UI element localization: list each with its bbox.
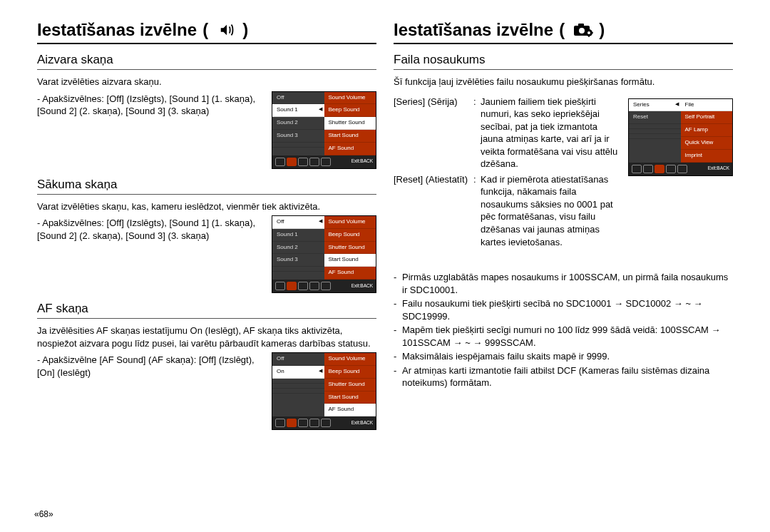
definition-desc: Kad ir piemērota atiestatīšanas funkcija…	[481, 173, 618, 248]
menu-tab-icon[interactable]	[643, 165, 653, 173]
menu-right-option[interactable]: File	[681, 99, 733, 112]
menu-right-option[interactable]: Sound Volume	[324, 92, 376, 105]
intro-text: Šī funkcija ļauj izvēlēties failu nosauk…	[394, 76, 733, 88]
menu-tab-icon[interactable]	[666, 165, 676, 173]
menu-tab-icon[interactable]	[298, 282, 308, 290]
menu-left-option[interactable]	[272, 389, 324, 394]
menu-right-option[interactable]: Sound Volume	[324, 353, 376, 366]
menu-left-option[interactable]	[629, 124, 681, 129]
menu-left-option[interactable]	[272, 143, 324, 148]
menu-right-option[interactable]: Self Portrait	[681, 111, 733, 124]
menu-tab-icon[interactable]	[321, 419, 331, 427]
menu-left-option[interactable]: Off	[272, 92, 324, 105]
chevron-left-icon: ◀	[319, 218, 322, 224]
menu-tab-icon[interactable]	[275, 158, 285, 166]
menu-right-option[interactable]: Beep Sound	[324, 229, 376, 242]
menu-tab-icon[interactable]	[275, 419, 285, 427]
page-title-left: Iestatīšanas izvēlne ( )	[37, 20, 376, 44]
heading-file-name: Faila nosaukums	[394, 53, 733, 70]
menu-right-option[interactable]: Sound Volume	[324, 216, 376, 229]
menu-tab-icon[interactable]	[275, 282, 285, 290]
definition-term: [Reset] (Atiestatīt)	[394, 173, 473, 248]
svg-point-2	[579, 28, 585, 34]
menu-tab-icon[interactable]	[309, 419, 319, 427]
menu-tab-icon[interactable]	[309, 158, 319, 166]
menu-right-option[interactable]: Start Sound	[324, 392, 376, 404]
menu-right-option[interactable]: Shutter Sound	[324, 242, 376, 255]
menu-left-option[interactable]	[629, 134, 681, 139]
menu-left-option[interactable]	[272, 267, 324, 272]
bullets-list: - Pirmās uzglabātās mapes nosaukums ir 1…	[394, 271, 733, 389]
menu-left-option[interactable]: Sound 2	[272, 242, 324, 255]
submenu-text: - Apakšizvēlnes: [Off] (Izslēgts), [Soun…	[37, 93, 262, 118]
menu-right-option[interactable]: Shutter Sound	[324, 117, 376, 130]
menu-left-option[interactable]: Sound 1◀	[272, 104, 324, 117]
menu-right-option[interactable]: Start Sound	[324, 130, 376, 143]
menu-widget-shutter: OffSound 1◀Sound 2Sound 3Sound VolumeBee…	[272, 91, 376, 169]
menu-right-option[interactable]: Quick View	[681, 137, 733, 150]
menu-left-option[interactable]	[629, 129, 681, 134]
menu-exit-label: Exit:BACK	[351, 283, 373, 290]
menu-widget-start: Off◀Sound 1Sound 2Sound 3Sound VolumeBee…	[272, 215, 376, 293]
menu-tab-icon[interactable]	[321, 158, 331, 166]
menu-left-option[interactable]: Sound 3	[272, 130, 324, 143]
heading-start-sound: Sākuma skaņa	[37, 178, 376, 195]
intro-text: Varat izvēlēties aizvara skaņu.	[37, 76, 376, 88]
chevron-left-icon: ◀	[319, 367, 322, 374]
menu-left-option[interactable]: Sound 2	[272, 117, 324, 130]
menu-left-option[interactable]: Off◀	[272, 216, 324, 229]
menu-exit-label: Exit:BACK	[351, 420, 373, 426]
submenu-text: - Apakšizvēlnes: [Off] (Izslēgts), [Soun…	[37, 217, 262, 242]
menu-widget-file: Series◀ResetFileSelf PortraitAF LampQuic…	[628, 98, 733, 176]
menu-left-option[interactable]: Off	[272, 353, 324, 366]
menu-right-option[interactable]: AF Sound	[324, 404, 376, 416]
title-text: Iestatīšanas izvēlne	[37, 20, 197, 40]
menu-exit-label: Exit:BACK	[708, 165, 729, 172]
svg-point-4	[587, 31, 590, 34]
bullet-item: - Failu nosaukumi tiek piešķirti secībā …	[394, 297, 733, 322]
menu-exit-label: Exit:BACK	[351, 158, 373, 165]
definition-desc: Jauniem failiem tiek piešķirti numuri, k…	[481, 96, 618, 170]
menu-left-option[interactable]: Sound 1	[272, 229, 324, 242]
menu-left-option[interactable]: Sound 3	[272, 254, 324, 267]
menu-tab-icon[interactable]	[287, 158, 297, 166]
svg-rect-1	[578, 24, 584, 26]
definition-row: [Reset] (Atiestatīt):Kad ir piemērota at…	[394, 173, 618, 248]
menu-right-option[interactable]: Start Sound	[324, 254, 376, 267]
bullet-item: - Pirmās uzglabātās mapes nosaukums ir 1…	[394, 271, 733, 296]
menu-tab-icon[interactable]	[298, 419, 308, 427]
definition-row: [Series] (Sērija):Jauniem failiem tiek p…	[394, 96, 618, 170]
menu-tab-icon[interactable]	[632, 165, 642, 173]
menu-right-option[interactable]: Beep Sound	[324, 366, 376, 379]
chevron-left-icon: ◀	[675, 101, 679, 107]
menu-tab-icon[interactable]	[654, 165, 664, 173]
page-title-right: Iestatīšanas izvēlne ( )	[394, 20, 733, 44]
chevron-left-icon: ◀	[319, 106, 322, 112]
page-number: «68»	[34, 509, 53, 519]
menu-tab-icon[interactable]	[287, 282, 297, 290]
menu-tab-icon[interactable]	[321, 282, 331, 290]
menu-right-option[interactable]: Shutter Sound	[324, 379, 376, 392]
menu-widget-af: OffOn◀Sound VolumeBeep SoundShutter Soun…	[272, 352, 376, 430]
heading-af-sound: AF skaņa	[37, 302, 376, 319]
intro-text: Ja izvēlēsities AF skaņas iestatījumu On…	[37, 324, 376, 349]
title-text: Iestatīšanas izvēlne	[394, 20, 553, 40]
definition-term: [Series] (Sērija)	[394, 96, 473, 170]
speaker-icon	[217, 21, 237, 39]
menu-tab-icon[interactable]	[287, 419, 297, 427]
menu-left-option[interactable]: On◀	[272, 366, 324, 379]
bullet-item: - Mapēm tiek piešķirti secīgi numuri no …	[394, 324, 733, 349]
menu-right-option[interactable]: Beep Sound	[324, 104, 376, 117]
menu-right-option[interactable]: AF Sound	[324, 267, 376, 280]
menu-right-option[interactable]: Imprint	[681, 150, 733, 163]
menu-right-option[interactable]: AF Sound	[324, 143, 376, 155]
menu-tab-icon[interactable]	[298, 158, 308, 166]
menu-left-option[interactable]	[272, 384, 324, 389]
menu-left-option[interactable]: Reset	[629, 111, 681, 124]
menu-left-option[interactable]: Series◀	[629, 99, 681, 112]
intro-text: Varat izvēlēties skaņu, kas, kameru iesl…	[37, 200, 376, 213]
menu-left-option[interactable]	[272, 379, 324, 384]
menu-tab-icon[interactable]	[677, 165, 687, 173]
menu-right-option[interactable]: AF Lamp	[681, 124, 733, 137]
menu-tab-icon[interactable]	[309, 282, 319, 290]
